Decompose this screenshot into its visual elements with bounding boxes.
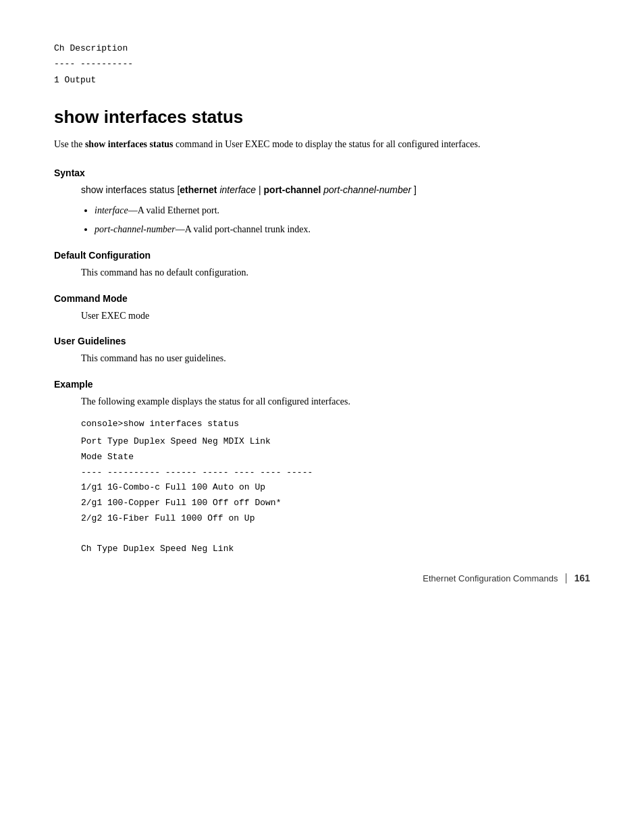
table-row-1: 1/g1 1G-Combo-c Full 100 Auto on Up (81, 480, 590, 496)
page: Ch Description ---- ---------- 1 Output … (0, 0, 644, 611)
section-desc: Use the show interfaces status command i… (54, 137, 590, 152)
syntax-bold2: port-channel (264, 184, 321, 195)
table-header1: Port Type Duplex Speed Neg MDIX Link (81, 434, 590, 450)
syntax-italic1: interface (217, 184, 257, 195)
top-code-block: Ch Description ---- ---------- 1 Output (54, 41, 590, 88)
footer-text: Ethernet Configuration Commands (423, 573, 558, 583)
user-guidelines-label: User Guidelines (54, 336, 590, 346)
syntax-content: show interfaces status [ethernet interfa… (81, 182, 590, 238)
default-config-text: This command has no default configuratio… (81, 267, 248, 278)
footer-page-number: 161 (574, 573, 590, 583)
footer-divider: | (564, 572, 567, 584)
command-mode-content: User EXEC mode (81, 308, 590, 324)
syntax-bold1: ethernet (180, 184, 217, 195)
user-guidelines-content: This command has no user guidelines. (81, 350, 590, 367)
table-sep: ---- ---------- ------ ----- ---- ---- -… (81, 465, 590, 481)
syntax-bullet-2: port-channel-number—A valid port-channel… (95, 221, 590, 238)
footer: Ethernet Configuration Commands | 161 (423, 572, 590, 584)
command-mode-label: Command Mode (54, 293, 590, 304)
top-code-line3: 1 Output (54, 72, 590, 88)
syntax-label: Syntax (54, 167, 590, 178)
table-row-2: 2/g1 100-Copper Full 100 Off off Down* (81, 496, 590, 511)
user-guidelines-text: This command has no user guidelines. (81, 353, 226, 363)
syntax-bullet-1: interface—A valid Ethernet port. (95, 202, 590, 219)
top-code-line1: Ch Description (54, 41, 590, 56)
table-row-3: 2/g2 1G-Fiber Full 1000 Off on Up (81, 511, 590, 527)
default-config-label: Default Configuration (54, 250, 590, 261)
example-table: Port Type Duplex Speed Neg MDIX Link Mod… (81, 434, 590, 557)
syntax-plain-end: ] (411, 184, 417, 195)
section-title: show interfaces status (54, 107, 590, 128)
section-desc-command: show interfaces status (85, 139, 173, 149)
section-desc-suffix: command in User EXEC mode to display the… (173, 139, 481, 149)
top-code-line2: ---- ---------- (54, 56, 590, 72)
syntax-plain1: | (256, 184, 263, 195)
default-config-content: This command has no default configuratio… (81, 265, 590, 281)
syntax-plain-start: show interfaces status [ (81, 184, 180, 195)
syntax-bullet-2-italic: port-channel-number (95, 224, 176, 234)
example-console-cmd: console>show interfaces status (81, 417, 590, 432)
example-desc: The following example displays the statu… (81, 394, 590, 410)
syntax-bullets: interface—A valid Ethernet port. port-ch… (95, 202, 590, 237)
syntax-command-line: show interfaces status [ethernet interfa… (81, 182, 590, 199)
syntax-bullet-1-italic: interface (95, 205, 128, 215)
bottom-header: Ch Type Duplex Speed Neg Link (81, 542, 590, 557)
console-cmd-line: console>show interfaces status (81, 417, 590, 432)
example-content: The following example displays the statu… (81, 394, 590, 557)
section-desc-prefix: Use the (54, 139, 85, 149)
example-label: Example (54, 379, 590, 390)
command-mode-text: User EXEC mode (81, 311, 149, 321)
table-header2: Mode State (81, 450, 590, 465)
syntax-italic2: port-channel-number (321, 184, 411, 195)
